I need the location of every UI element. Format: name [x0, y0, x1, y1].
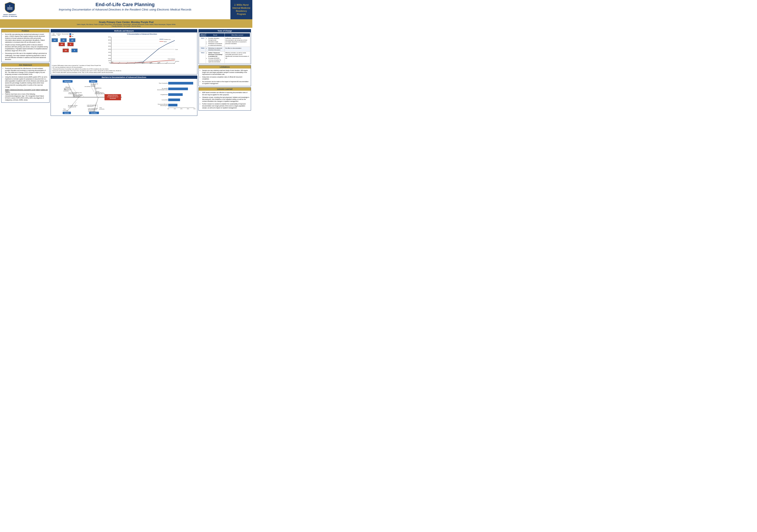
barriers-header: Barriers to Documentation of Advanced Di…	[51, 76, 197, 79]
toc3-result: Added "Advanced Directives Counseling" t…	[206, 51, 225, 63]
flow-box-26: 26	[59, 43, 65, 46]
toc2-label: TOC2	[199, 47, 206, 51]
svg-line-79	[91, 87, 94, 92]
svg-rect-120	[168, 104, 177, 106]
page-title: End-of-Life Care Planning	[22, 2, 228, 8]
svg-text:End of Life planning: End of Life planning	[95, 93, 105, 94]
toc2-result: Workshop on advanced directives discussi…	[206, 47, 225, 51]
toc-section: Tests of Change Test of Change Result Wh…	[198, 29, 251, 64]
header-center: End-of-Life Care Planning Improving Docu…	[20, 0, 230, 19]
lesson-1: EMR based reminders are effective in imp…	[202, 92, 250, 96]
svg-text:80%: 80%	[108, 40, 111, 41]
barriers-bar-chart: Time Constraints No specific documentati…	[152, 80, 196, 115]
line-chart-svg: 90% 80% 70% 60% 50% 40% 30% 20% 10% 0%	[88, 35, 196, 64]
toc-table-wrapper: Test of Change Result What Was Learned T…	[199, 32, 251, 64]
problem-header: Problem	[2, 29, 49, 32]
methods-notes: • A total of 588 patient charts were scr…	[51, 65, 197, 74]
lesson-2: Obstacles remain, including the lack phy…	[202, 96, 250, 102]
svg-rect-117	[168, 88, 188, 90]
flow-box-38: 38	[60, 38, 67, 42]
svg-rect-119	[168, 99, 180, 101]
flow-box-23: 23	[63, 48, 69, 52]
flow-diagram: Met Criteria Problem List Documented Yes	[52, 33, 87, 64]
methods-section: Methods and Measure Met Criteria Problem…	[50, 29, 197, 74]
toc2-learned: No effect on documentation	[225, 47, 250, 51]
svg-text:Problem List: Problem List	[164, 39, 171, 40]
flow-box-64: 64	[52, 38, 58, 42]
note-4: • During the period of November 2011-Apr…	[52, 70, 196, 72]
subtitle-bar: Grady Primary Care Center, Monday Purple…	[0, 20, 252, 28]
svg-text:40%: 40%	[108, 52, 111, 53]
toc-col-3: What Was Learned	[225, 33, 250, 37]
methods-top: Met Criteria Problem List Documented Yes	[51, 32, 197, 65]
lessons-header: Lessons Learned	[199, 88, 251, 91]
barriers-bar-svg: Time Constraints No specific documentati…	[152, 80, 196, 110]
svg-text:Patient: Patient	[91, 80, 95, 82]
svg-text:/discussing AD: /discussing AD	[64, 89, 72, 90]
svg-text:documented: documented	[110, 98, 116, 99]
problem-content: End-of-life care planning has received a…	[2, 32, 49, 62]
svg-line-91	[67, 97, 79, 112]
logo-area: E EMORY UNIVERSITY SCHOOL OF MEDICINE	[0, 0, 20, 19]
svg-text:20%: 20%	[108, 58, 111, 59]
problem-bullet-3: Discussing end-of-life care in the outpa…	[5, 52, 48, 60]
svg-text:Forgetfulness: Forgetfulness	[161, 94, 168, 95]
flow-arrow-3: →	[65, 44, 67, 45]
note-1: • A total of 588 patient charts were scr…	[52, 65, 196, 66]
svg-text:70%: 70%	[108, 43, 111, 44]
limitations-content: Sample size was relatively small and stu…	[199, 69, 251, 86]
svg-text:discussing AD: discussing AD	[160, 105, 168, 106]
limitations-section: Limitations Sample size was relatively s…	[198, 65, 251, 86]
svg-text:Advanced Directives: Advanced Directives	[108, 95, 118, 96]
svg-text:Low priority: Low priority	[84, 86, 90, 87]
toc-table: Test of Change Result What Was Learned T…	[199, 33, 250, 63]
svg-text:50%: 50%	[108, 48, 111, 50]
svg-text:Oct-11: Oct-11	[125, 62, 128, 64]
flow-box-9: 9	[68, 43, 74, 46]
aim-bullet-2: Using the electronic medical records (EM…	[5, 76, 48, 88]
limitation-2: Study does not assess completion rates o…	[202, 76, 250, 80]
svg-text:Low priority: Low priority	[162, 99, 168, 101]
svg-text:documentation: documentation	[73, 96, 80, 98]
toc-row-3: TOC3 Added "Advanced Directives Counseli…	[199, 51, 250, 63]
toc1-label: TOC1	[199, 37, 206, 46]
svg-text:None: None	[164, 41, 167, 42]
svg-text:60%: 60%	[108, 45, 111, 47]
svg-text:0%: 0%	[167, 108, 169, 109]
svg-text:constraints: constraints	[63, 90, 69, 92]
toc1-learned: Ineffective. Improvement in documentatio…	[225, 37, 250, 46]
fishbone-svg: Advanced Directives not addressed and no…	[52, 80, 151, 115]
barriers-content: Advanced Directives not addressed and no…	[51, 79, 197, 116]
note-3: • "Advanced Directives Counseling" was a…	[52, 68, 196, 70]
barriers-section: Barriers to Documentation of Advanced Di…	[50, 75, 197, 116]
aim-underline: Adding "Advanced Directives Counseling" …	[3, 89, 48, 93]
line-chart-area: % Documentation of Advanced Directives 9…	[88, 33, 196, 64]
toc3-learned: Effective reminder, as well as easily ac…	[225, 51, 250, 63]
svg-text:not addressed and not: not addressed and not	[107, 96, 118, 98]
problem-bullet-2: Despite surveys showing patients prefer …	[5, 44, 48, 52]
toc3-label: TOC3	[199, 51, 206, 63]
svg-rect-116	[168, 82, 193, 84]
svg-text:Data Collection: Data Collection	[168, 58, 175, 60]
toc-row-2: TOC2 Workshop on advanced directives dis…	[199, 47, 250, 51]
svg-text:30%: 30%	[108, 55, 111, 56]
svg-text:Forgetfulness: Forgetfulness	[95, 87, 102, 89]
lesson-3: Further research is needed to establish …	[202, 103, 250, 109]
svg-text:documentation area: documentation area	[157, 89, 168, 90]
methods-header: Methods and Measure	[51, 29, 197, 32]
svg-text:E: E	[10, 5, 11, 7]
toc-row-1: TOC1 Provider education through email Re…	[199, 37, 250, 46]
fishbone-diagram: Advanced Directives not addressed and no…	[52, 80, 151, 115]
emory-logo-icon: E	[5, 2, 15, 13]
center-column: Methods and Measure Met Criteria Problem…	[50, 29, 197, 116]
svg-text:Apr-11: Apr-11	[117, 62, 120, 64]
svg-text:40%: 40%	[194, 108, 196, 109]
svg-text:Median: Median	[175, 61, 179, 62]
svg-text:90%: 90%	[108, 36, 111, 38]
logo-text: EMORY UNIVERSITY SCHOOL OF MEDICINE	[2, 14, 18, 17]
limitation-3: No conclusion can be made on the impact …	[202, 80, 250, 84]
legend-no: No	[70, 36, 74, 37]
svg-text:constraints: constraints	[99, 108, 105, 110]
svg-rect-118	[168, 93, 183, 96]
authors-text: Salim Hayek, Ria Nieva, Frank Corrigan, …	[2, 24, 250, 25]
